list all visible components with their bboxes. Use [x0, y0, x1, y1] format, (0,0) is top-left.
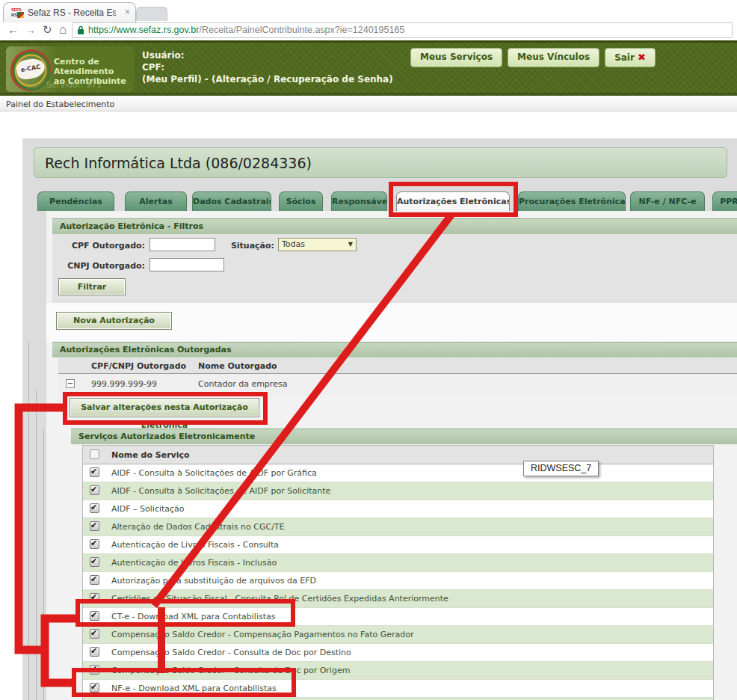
outorgadas-table-header: CPF/CNPJ Outorgado Nome Outorgado — [58, 358, 737, 374]
service-checkbox[interactable]: ✔ — [90, 503, 99, 513]
check-icon: ✔ — [90, 574, 97, 584]
page-title: Rech Informática Ltda (086/0284336) — [34, 147, 727, 178]
padlock-icon — [77, 25, 84, 35]
meus-vinculos-button[interactable]: Meus Vínculos — [508, 48, 599, 67]
situacao-select[interactable]: Todas ▼ — [278, 238, 357, 251]
service-name: Alteração de Dados Cadastrais no CGC/TE — [111, 522, 285, 532]
service-row: ✔Alteração de Dados Cadastrais no CGC/TE — [83, 518, 713, 536]
collapse-row-icon[interactable]: − — [66, 379, 75, 388]
service-row: ✔AIDF - Consulta à Solicitações de AIDF … — [83, 464, 713, 482]
services-table: Nome do Serviço ✔AIDF - Consulta à Solic… — [82, 445, 714, 700]
service-name: Compensação Saldo Credor - Compensação P… — [111, 630, 414, 639]
nova-autorizacao-button[interactable]: Nova Autorização — [56, 312, 172, 330]
tab-alertas[interactable]: Alertas — [125, 191, 187, 211]
service-row: ✔NF-e - Download XML para Contabilistas — [83, 680, 713, 698]
service-name: Compensação Saldo Credor - Consulta de D… — [111, 648, 351, 657]
col-nome-outorgado: Nome Outorgado — [198, 361, 277, 371]
back-icon[interactable]: ← — [7, 23, 19, 37]
tab-autorizacoes-eletronicas[interactable]: Autorizações Eletrônicas — [396, 191, 510, 212]
situacao-value: Todas — [282, 239, 305, 251]
cnpj-outorgado-label: CNPJ Outorgado: — [61, 261, 145, 271]
tooltip: RIDWSESC_7 — [523, 461, 599, 476]
fieldset-border-line — [43, 429, 44, 700]
tab-close-icon[interactable]: × — [125, 7, 130, 16]
tab-ppr[interactable]: PPR — [712, 191, 737, 211]
home-icon[interactable]: ⌂ — [59, 23, 67, 37]
service-name: Autorização para substituição de arquivo… — [111, 576, 316, 586]
servidor-label: Servidor: 971 — [46, 80, 102, 90]
service-checkbox[interactable]: ✔ — [90, 467, 99, 477]
tab-responsaveis[interactable]: Responsáveis — [331, 191, 387, 211]
cpf-outorgado-label: CPF Outorgado: — [61, 241, 145, 251]
check-icon: ✔ — [90, 682, 97, 692]
service-row: ✔Compensação Saldo Credor - Consulta de … — [83, 662, 713, 680]
select-all-checkbox[interactable] — [90, 449, 99, 459]
sair-button[interactable]: Sair✖ — [605, 48, 656, 67]
service-checkbox[interactable]: ✔ — [90, 539, 99, 549]
check-icon: ✔ — [90, 556, 97, 566]
service-row: ✔AIDF - Consulta à Solicitações de AIDF … — [83, 482, 713, 500]
service-row: ✔AIDF – Solicitação — [83, 500, 713, 518]
tab-pendencias[interactable]: Pendências — [37, 191, 114, 211]
check-icon: ✔ — [90, 467, 97, 476]
site-header: e-CAC Centro de Atendimento ao Contribui… — [0, 40, 737, 98]
browser-chrome: SEFA RS Sefaz RS - Receita Estadua × ← →… — [0, 0, 737, 40]
ecac-logo: e-CAC Centro de Atendimento ao Contribui… — [6, 46, 135, 92]
service-checkbox[interactable]: ✔ — [90, 683, 99, 693]
service-checkbox[interactable]: ✔ — [90, 485, 99, 495]
filtrar-button[interactable]: Filtrar — [58, 278, 126, 295]
service-checkbox[interactable]: ✔ — [90, 629, 99, 639]
situacao-label: Situação: — [191, 241, 274, 251]
outorgadas-section-header: Autorizações Eletrônicas Outorgadas — [52, 342, 737, 357]
url-bar[interactable]: https://www.sefaz.rs.gov.br/Receita/Pain… — [72, 22, 733, 38]
service-row: ✔Certidões de Situação Fiscal - Consulta… — [83, 590, 713, 608]
outorgado-cpf-value: 999.999.999-99 — [91, 379, 157, 389]
service-checkbox[interactable]: ✔ — [90, 593, 99, 603]
url-path-part: /Receita/PainelContribuinte.aspx?ie=1240… — [199, 25, 404, 35]
browser-tab-title: Sefaz RS - Receita Estadua — [28, 7, 116, 18]
sefaz-favicon-icon: SEFA RS — [11, 7, 24, 19]
cnpj-outorgado-input[interactable] — [149, 258, 224, 271]
fieldset-border-line — [28, 342, 29, 700]
services-table-header: Nome do Serviço — [83, 446, 713, 464]
browser-tab[interactable]: SEFA RS Sefaz RS - Receita Estadua × — [3, 2, 136, 22]
service-checkbox[interactable]: ✔ — [90, 647, 99, 657]
service-checkbox[interactable]: ✔ — [90, 575, 99, 585]
check-icon: ✔ — [90, 592, 97, 602]
breadcrumb-label[interactable]: Painel do Estabelecimento — [6, 99, 114, 109]
service-checkbox[interactable]: ✔ — [90, 665, 99, 675]
rs-flag-icon — [17, 12, 24, 18]
service-row: ✔Compensação Saldo Credor - Consulta de … — [83, 644, 713, 662]
browser-toolbar: ← → ↻ ⌂ https://www.sefaz.rs.gov.br/Rece… — [0, 21, 737, 40]
refresh-icon[interactable]: ↻ — [43, 23, 52, 37]
check-icon: ✔ — [90, 485, 97, 494]
url-secure-part: https://www.sefaz.rs.gov.br — [88, 25, 199, 35]
tab-socios[interactable]: Sócios — [279, 191, 323, 211]
tab-procuracoes-eletronicas[interactable]: Procurações Eletrônicas — [518, 191, 626, 211]
service-name: Autenticação de Livros Fiscais - Consult… — [111, 540, 279, 550]
service-checkbox[interactable]: ✔ — [90, 521, 99, 531]
tab-dados-cadastrais[interactable]: Dados Cadastrais — [192, 191, 271, 211]
meus-servicos-button[interactable]: Meus Serviços — [410, 48, 502, 67]
col-nome-do-servico: Nome do Serviço — [111, 450, 190, 460]
service-name: NF-e - Download XML para Contabilistas — [111, 684, 277, 693]
usuario-label: Usuário: — [142, 49, 393, 61]
service-checkbox[interactable]: ✔ — [90, 557, 99, 567]
outorgadas-table: CPF/CNPJ Outorgado Nome Outorgado − 999.… — [58, 358, 737, 395]
new-tab-stub[interactable] — [136, 7, 167, 21]
service-name: CT-e - Download XML para Contabilistas — [111, 612, 276, 621]
cpf-label: CPF: — [142, 61, 393, 73]
perfil-links[interactable]: (Meu Perfil) - (Alteração / Recuperação … — [142, 73, 393, 85]
tab-nfe-nfce[interactable]: NF-e / NFC-e — [630, 191, 705, 211]
service-name: AIDF - Consulta à Solicitações de AIDF p… — [111, 486, 330, 496]
dropdown-arrow-icon: ▼ — [348, 239, 353, 251]
breadcrumb: Painel do Estabelecimento — [0, 96, 737, 111]
user-info: Usuário: CPF: (Meu Perfil) - (Alteração … — [142, 49, 393, 85]
check-icon: ✔ — [90, 538, 97, 548]
service-checkbox[interactable]: ✔ — [90, 611, 99, 621]
page: SEFA RS Sefaz RS - Receita Estadua × ← →… — [0, 0, 737, 700]
services-table-body: ✔AIDF - Consulta à Solicitações de AIDF … — [83, 464, 713, 698]
forward-icon[interactable]: → — [25, 23, 36, 37]
service-name: AIDF – Solicitação — [111, 504, 185, 514]
salvar-alteracoes-button[interactable]: Salvar alterações nesta Autorização Elet… — [70, 398, 259, 417]
